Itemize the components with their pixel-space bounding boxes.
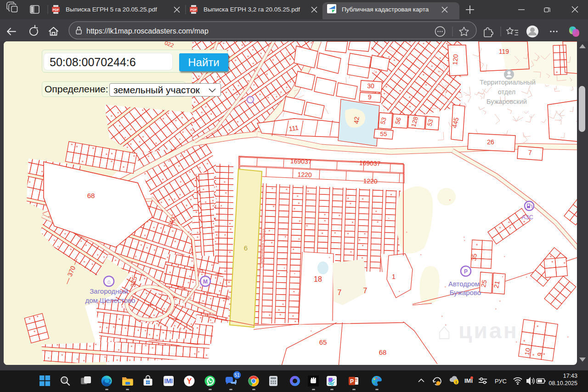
svg-text:отдел: отдел — [498, 88, 515, 96]
svg-text:9: 9 — [368, 93, 372, 101]
svg-text:169037: 169037 — [359, 159, 381, 167]
svg-text:АЗС: АЗС — [521, 214, 533, 221]
svg-text:⌂: ⌂ — [107, 278, 110, 285]
svg-text:10: 10 — [523, 347, 531, 356]
svg-text:51: 51 — [234, 373, 240, 378]
svg-text:PDF: PDF — [191, 8, 198, 11]
svg-text:1220: 1220 — [297, 170, 312, 178]
svg-text:Бужарово: Бужарово — [450, 289, 481, 296]
svg-text:65: 65 — [319, 338, 327, 346]
svg-text:6: 6 — [244, 244, 248, 252]
svg-text:⌂: ⌂ — [437, 318, 451, 344]
svg-text:PDF: PDF — [53, 8, 60, 11]
svg-text:дом Шелестово: дом Шелестово — [85, 296, 136, 304]
svg-text:!: ! — [456, 380, 457, 385]
svg-text:119: 119 — [499, 48, 509, 55]
svg-text:35: 35 — [470, 253, 478, 261]
svg-text:Публичная кадастровая карта: Публичная кадастровая карта — [342, 6, 429, 13]
svg-text:Выписка ЕГРН 3,2 га 20.05.25.p: Выписка ЕГРН 3,2 га 20.05.25.pdf — [204, 6, 300, 13]
svg-text:7: 7 — [338, 289, 342, 296]
svg-text:26: 26 — [487, 138, 494, 146]
svg-text:1: 1 — [392, 273, 396, 280]
svg-text:P: P — [464, 268, 468, 275]
svg-text:1220: 1220 — [363, 177, 378, 185]
svg-text:111: 111 — [288, 124, 300, 133]
svg-text:42: 42 — [352, 116, 360, 124]
svg-text:M: M — [166, 377, 171, 385]
svg-text:18: 18 — [314, 275, 322, 283]
svg-text:Загородный: Загородный — [90, 287, 128, 295]
svg-text:Выписка ЕГРН 5 га 20.05.25.pdf: Выписка ЕГРН 5 га 20.05.25.pdf — [66, 6, 157, 13]
svg-text:120: 120 — [451, 54, 459, 65]
svg-text:08.10.2025: 08.10.2025 — [548, 380, 577, 386]
svg-text:Бужаровский: Бужаровский — [486, 98, 527, 105]
svg-text:7: 7 — [363, 287, 368, 295]
svg-text:M: M — [203, 278, 208, 285]
svg-text:Территориальный: Территориальный — [480, 79, 536, 86]
svg-text:Y: Y — [187, 377, 192, 385]
svg-text:Автодром: Автодром — [448, 280, 480, 288]
svg-text:P: P — [350, 378, 354, 385]
svg-text:циан: циан — [458, 318, 519, 343]
svg-text:РУС: РУС — [495, 378, 507, 385]
svg-text:https://lk1map.roscadasters.co: https://lk1map.roscadasters.com/map — [86, 27, 209, 35]
svg-text:68: 68 — [379, 348, 387, 356]
svg-text:17:43: 17:43 — [563, 373, 577, 379]
svg-text:7: 7 — [528, 149, 532, 156]
svg-text:68: 68 — [87, 192, 95, 199]
svg-text:55: 55 — [380, 131, 387, 137]
svg-text:30: 30 — [367, 82, 374, 90]
